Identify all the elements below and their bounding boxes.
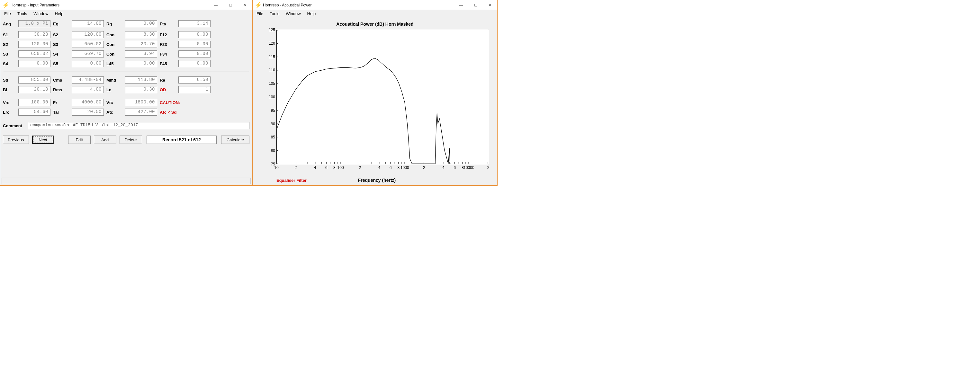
field-value[interactable]: 6.50: [178, 76, 210, 84]
field-value[interactable]: 20.18: [18, 86, 51, 93]
close-button[interactable]: ✕: [483, 0, 497, 10]
menu-file[interactable]: File: [254, 11, 266, 17]
field-value[interactable]: 4.48E-04: [72, 76, 104, 84]
minimize-button[interactable]: —: [208, 0, 223, 10]
y-tick: 115: [262, 55, 275, 59]
field-value[interactable]: 1.0 x Pi: [18, 20, 51, 27]
menu-window[interactable]: Window: [31, 11, 51, 17]
next-button[interactable]: Next: [32, 136, 54, 144]
field-value[interactable]: 120.00: [72, 31, 104, 38]
field-value[interactable]: 0.00: [178, 51, 210, 57]
menu-tools[interactable]: Tools: [15, 11, 30, 17]
window-title: Hornresp - Input Parameters: [11, 3, 208, 7]
menu-file[interactable]: File: [2, 11, 13, 17]
field-value[interactable]: 0.00: [18, 60, 51, 67]
field-value[interactable]: 4000.00: [72, 99, 104, 106]
maximize-button[interactable]: ▢: [468, 0, 483, 10]
input-parameters-window: ⚡ Hornresp - Input Parameters — ▢ ✕ File…: [0, 0, 252, 186]
field-value[interactable]: 0.00: [125, 60, 157, 67]
comment-input[interactable]: companion woofer AE TD15H V slot 12_20_2…: [28, 122, 250, 129]
app-icon: ⚡: [2, 2, 10, 9]
field-value[interactable]: 0.30: [125, 86, 157, 93]
x-tick: 2: [423, 165, 425, 170]
x-tick: 2: [359, 165, 361, 170]
menu-help[interactable]: Help: [305, 11, 318, 17]
window-title: Hornresp - Acoustical Power: [263, 3, 454, 7]
field-label: Vtc: [107, 100, 123, 105]
field-label: Atc < Sd: [160, 110, 176, 115]
menubar: File Tools Window Help: [0, 10, 252, 17]
y-tick: 75: [262, 162, 275, 166]
x-tick: 8: [333, 165, 336, 170]
field-value[interactable]: 669.70: [72, 51, 104, 57]
field-value[interactable]: 20.70: [125, 41, 157, 48]
field-label: Con: [107, 42, 123, 47]
y-tick: 100: [262, 95, 275, 99]
field-value[interactable]: 14.00: [72, 20, 104, 27]
x-tick: 1000: [401, 165, 409, 170]
field-value[interactable]: 650.02: [18, 51, 51, 57]
y-tick: 125: [262, 28, 275, 32]
field-label: OD: [160, 87, 176, 92]
y-tick: 90: [262, 122, 275, 126]
acoustical-power-window: ⚡ Hornresp - Acoustical Power — ▢ ✕ File…: [252, 0, 498, 186]
form-pane: Ang1.0 x PiEg14.00Rg0.00Fta3.14 S130.23S…: [0, 17, 252, 176]
field-value[interactable]: 8.30: [125, 31, 157, 38]
field-label: Sd: [3, 78, 16, 82]
chart-title: Acoustical Power (dB) Horn Masked: [255, 22, 495, 27]
field-value[interactable]: 120.00: [18, 41, 51, 48]
x-tick: 6: [325, 165, 328, 170]
field-label: Con: [107, 32, 123, 37]
field-value[interactable]: 20.50: [72, 109, 104, 116]
y-tick: 110: [262, 68, 275, 72]
field-label: Lrc: [3, 110, 16, 115]
x-tick: 6: [453, 165, 456, 170]
field-label: S2: [53, 32, 69, 37]
field-label: Fta: [160, 22, 176, 26]
field-label: Rg: [107, 22, 123, 26]
minimize-button[interactable]: —: [454, 0, 468, 10]
field-value[interactable]: 3.94: [125, 51, 157, 57]
field-value[interactable]: 0.00: [178, 60, 210, 67]
field-value[interactable]: 113.80: [125, 76, 157, 84]
previous-button[interactable]: Previous: [3, 136, 29, 144]
field-label: S4: [3, 61, 16, 66]
menu-tools[interactable]: Tools: [267, 11, 282, 17]
field-value[interactable]: 3.14: [178, 20, 210, 27]
record-display: Record 521 of 612: [146, 136, 216, 144]
field-value[interactable]: 30.23: [18, 31, 51, 38]
field-value[interactable]: 0.00: [125, 20, 157, 27]
close-button[interactable]: ✕: [237, 0, 252, 10]
field-label: S5: [53, 61, 69, 66]
field-label: S1: [3, 32, 16, 37]
add-button[interactable]: Add: [94, 136, 116, 144]
field-value[interactable]: 1: [178, 86, 210, 93]
field-value[interactable]: 100.00: [18, 99, 51, 106]
field-value[interactable]: 1800.00: [125, 99, 157, 106]
maximize-button[interactable]: ▢: [223, 0, 237, 10]
field-value[interactable]: 0.00: [72, 60, 104, 67]
x-tick: 4: [314, 165, 316, 170]
field-value[interactable]: 54.60: [18, 109, 51, 116]
field-value[interactable]: 0.00: [178, 41, 210, 48]
menu-help[interactable]: Help: [52, 11, 66, 17]
titlebar: ⚡ Hornresp - Input Parameters — ▢ ✕: [0, 0, 252, 10]
x-tick: 4: [442, 165, 444, 170]
edit-button[interactable]: Edit: [68, 136, 91, 144]
field-value[interactable]: 427.00: [125, 109, 157, 116]
field-value[interactable]: 650.02: [72, 41, 104, 48]
button-row: Previous Next Edit Add Delete Record 521…: [3, 136, 250, 144]
field-label: Eg: [53, 22, 69, 26]
field-value[interactable]: 0.00: [178, 31, 210, 38]
field-label: Re: [160, 78, 176, 82]
field-label: Con: [107, 52, 123, 57]
calculate-button[interactable]: Calculate: [221, 136, 250, 144]
field-value[interactable]: 4.00: [72, 86, 104, 93]
menu-window[interactable]: Window: [283, 11, 303, 17]
x-tick: 8: [398, 165, 400, 170]
grid-bot: Vrc100.00Fr4000.00Vtc1800.00CAUTION:Lrc5…: [3, 99, 250, 116]
field-value[interactable]: 855.00: [18, 76, 51, 84]
grid-mid: Sd855.00Cms4.48E-04Mmd113.80Re6.50Bl20.1…: [3, 76, 250, 93]
delete-button[interactable]: Delete: [119, 136, 142, 144]
equaliser-filter-label: Equaliser Filter: [277, 178, 307, 183]
